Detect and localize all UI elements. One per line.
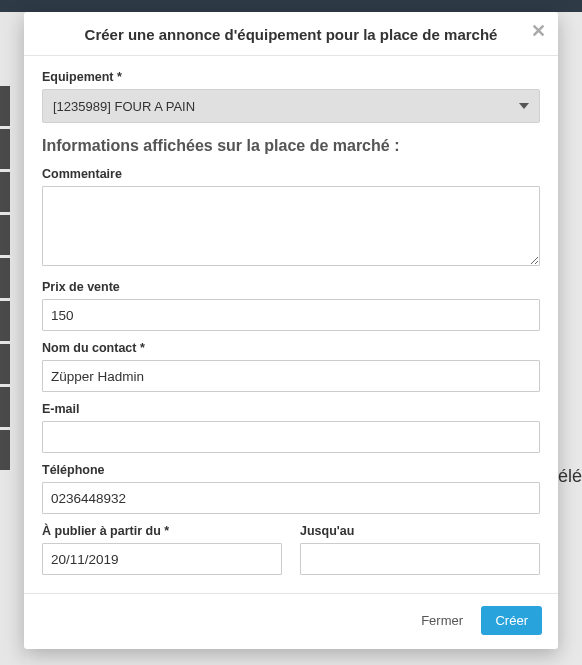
- comment-label: Commentaire: [42, 167, 540, 181]
- publish-until-label: Jusqu'au: [300, 524, 540, 538]
- price-label: Prix de vente: [42, 280, 540, 294]
- publish-dates-row: À publier à partir du * Jusqu'au: [42, 524, 540, 585]
- create-button[interactable]: Créer: [481, 606, 542, 635]
- phone-input[interactable]: [42, 482, 540, 514]
- equipment-selected-value: [1235989] FOUR A PAIN: [53, 99, 195, 114]
- publish-from-label: À publier à partir du *: [42, 524, 282, 538]
- close-icon[interactable]: ✕: [531, 22, 546, 40]
- bg-topbar: [0, 0, 582, 12]
- modal-title: Créer une annonce d'équipement pour la p…: [40, 26, 542, 43]
- phone-field: Téléphone: [42, 463, 540, 514]
- comment-textarea[interactable]: [42, 186, 540, 266]
- modal-footer: Fermer Créer: [24, 593, 558, 649]
- modal-header: Créer une annonce d'équipement pour la p…: [24, 12, 558, 56]
- publish-from-input[interactable]: [42, 543, 282, 575]
- contact-name-field: Nom du contact *: [42, 341, 540, 392]
- equipment-select[interactable]: [1235989] FOUR A PAIN: [42, 89, 540, 123]
- comment-field: Commentaire: [42, 167, 540, 270]
- publish-until-input[interactable]: [300, 543, 540, 575]
- email-label: E-mail: [42, 402, 540, 416]
- publish-until-field: Jusqu'au: [300, 524, 540, 575]
- close-button[interactable]: Fermer: [407, 606, 477, 635]
- price-input[interactable]: [42, 299, 540, 331]
- create-listing-modal: Créer une annonce d'équipement pour la p…: [24, 12, 558, 649]
- email-input[interactable]: [42, 421, 540, 453]
- contact-name-input[interactable]: [42, 360, 540, 392]
- bg-partial-text: élé: [558, 466, 582, 487]
- equipment-field: Equipement * [1235989] FOUR A PAIN: [42, 70, 540, 123]
- email-field: E-mail: [42, 402, 540, 453]
- modal-body: Equipement * [1235989] FOUR A PAIN Infor…: [24, 56, 558, 593]
- chevron-down-icon: [519, 103, 529, 109]
- publish-from-field: À publier à partir du *: [42, 524, 282, 575]
- contact-name-label: Nom du contact *: [42, 341, 540, 355]
- phone-label: Téléphone: [42, 463, 540, 477]
- section-heading: Informations affichées sur la place de m…: [42, 137, 540, 155]
- bg-caret-stack: [0, 86, 10, 473]
- price-field: Prix de vente: [42, 280, 540, 331]
- equipment-label: Equipement *: [42, 70, 540, 84]
